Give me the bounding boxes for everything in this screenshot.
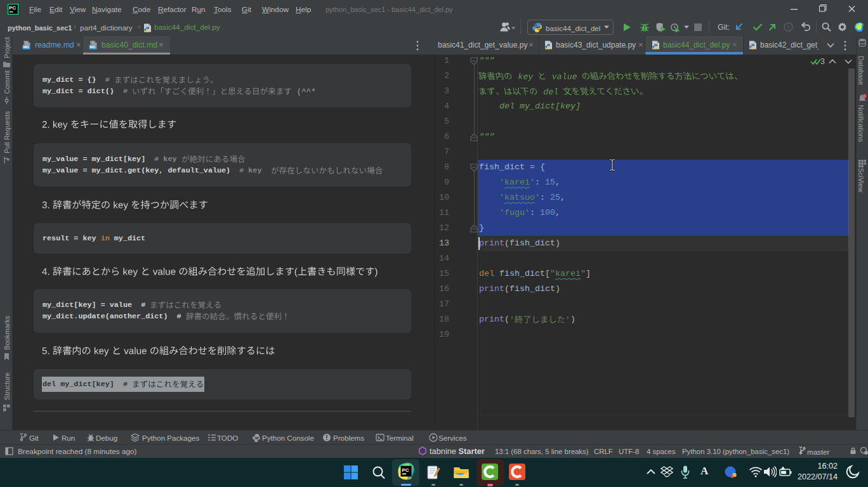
svg-text:PC: PC xyxy=(402,467,409,473)
